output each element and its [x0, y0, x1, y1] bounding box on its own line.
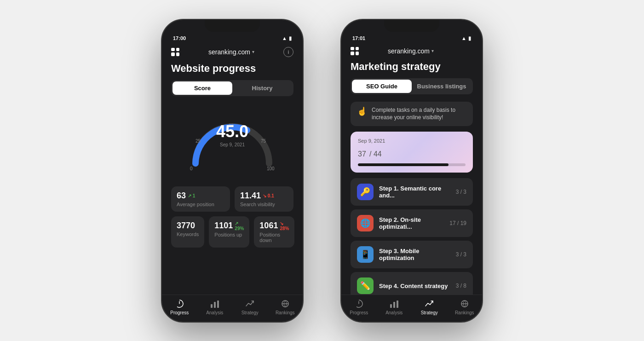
bottom-tab-analysis-2[interactable]: Analysis — [383, 299, 406, 315]
bottom-tabs-1: Progress Analysis — [162, 295, 303, 322]
info-icon-1[interactable]: i — [283, 47, 293, 57]
svg-rect-11 — [393, 302, 395, 308]
step-count-1: 3 / 3 — [456, 189, 466, 195]
gauge-center: 45.0 Sep 9, 2021 — [216, 122, 248, 147]
step-count-3: 3 / 3 — [456, 251, 466, 258]
battery-icon-1: ▮ — [289, 35, 292, 41]
hint-emoji: ☝️ — [357, 106, 367, 116]
svg-rect-7 — [217, 301, 219, 308]
score-card-value: 37 / 44 — [358, 145, 466, 160]
bottom-tabs-2: Progress Analysis — [341, 295, 482, 322]
svg-text:0: 0 — [190, 166, 193, 171]
svg-text:75: 75 — [261, 139, 266, 144]
status-bar-1: 17:00 ▲ ▮ — [162, 32, 303, 43]
gauge-container: 0 25 50 75 100 45.0 Sep 9, 2021 — [171, 104, 293, 186]
nav-bar-1: seranking.com ▾ i — [162, 43, 303, 61]
gauge-date: Sep 9, 2021 — [216, 142, 248, 147]
step-item-1[interactable]: 🔑 Step 1. Semantic core and... 3 / 3 — [351, 178, 473, 206]
tab-business-listings[interactable]: Business listings — [412, 80, 472, 93]
bottom-tab-analysis-1[interactable]: Analysis — [203, 299, 226, 315]
nav-domain-2[interactable]: seranking.com ▾ — [388, 47, 434, 55]
hint-box: ☝️ Complete tasks on a daily basis to in… — [351, 102, 473, 127]
analysis-icon-1 — [210, 299, 220, 309]
step-name-1: Step 1. Semantic core and... — [379, 185, 450, 199]
step-item-2[interactable]: 🌐 Step 2. On-site optimizati... 17 / 19 — [351, 209, 473, 237]
tab-seo-guide[interactable]: SEO Guide — [352, 80, 412, 93]
battery-icon-2: ▮ — [468, 35, 471, 41]
stat-positions-down: 1061 ↘ 28% Positions down — [254, 216, 294, 248]
stat-search-visibility: 11.41 ↘ 0.1 Search visibility — [235, 186, 293, 212]
chevron-icon-2: ▾ — [431, 48, 434, 53]
phone-1: 17:00 ▲ ▮ seranking.com ▾ i Website prog… — [161, 19, 304, 323]
nav-domain-1[interactable]: seranking.com ▾ — [208, 48, 254, 56]
step-icon-3: 📱 — [357, 246, 374, 263]
scroll-content-1: 0 25 50 75 100 45.0 Sep 9, 2021 63 ↗ 1 — [162, 104, 303, 295]
tabs-1: Score History — [171, 80, 293, 96]
step-item-4[interactable]: ✏️ Step 4. Content strategy 3 / 8 — [351, 272, 473, 294]
score-progress-fill — [358, 163, 448, 166]
bottom-tab-progress-1[interactable]: Progress — [168, 299, 191, 315]
strategy-icon-2 — [424, 299, 434, 309]
notch-1 — [205, 20, 260, 32]
bottom-tab-strategy-1[interactable]: Strategy — [238, 299, 261, 315]
svg-rect-5 — [211, 304, 213, 308]
step-icon-2: 🌐 — [357, 215, 374, 231]
rankings-icon-2 — [460, 299, 470, 309]
svg-text:100: 100 — [267, 166, 275, 171]
grid-icon-1[interactable] — [171, 48, 179, 56]
page-title-2: Marketing strategy — [341, 59, 482, 78]
svg-text:25: 25 — [196, 139, 201, 144]
analysis-icon-2 — [389, 299, 399, 309]
tab-score[interactable]: Score — [172, 81, 232, 95]
stats-row-2: 3770 Keywords 1101 ↗ 29% Positions up 10… — [171, 216, 293, 248]
tab-history[interactable]: History — [232, 81, 292, 95]
stats-row-1: 63 ↗ 1 Average position 11.41 ↘ 0.1 Sear… — [171, 186, 293, 212]
hint-text: Complete tasks on a daily basis to incre… — [372, 106, 466, 122]
step-count-2: 17 / 19 — [449, 220, 466, 226]
grid-icon-2[interactable] — [351, 47, 359, 55]
step-name-4: Step 4. Content strategy — [379, 283, 450, 289]
step-icon-4: ✏️ — [357, 277, 374, 294]
progress-icon-1 — [174, 299, 184, 309]
scroll-content-2: ☝️ Complete tasks on a daily basis to in… — [341, 102, 482, 295]
page-title-1: Website progress — [162, 61, 303, 80]
bottom-tab-progress-2[interactable]: Progress — [347, 299, 370, 315]
strategy-icon-1 — [245, 299, 255, 309]
time-2: 17:01 — [352, 35, 365, 41]
phone-2: 17:01 ▲ ▮ seranking.com ▾ Marketing stra… — [340, 19, 483, 323]
svg-rect-10 — [390, 304, 392, 308]
wifi-icon-1: ▲ — [282, 35, 287, 41]
step-icon-1: 🔑 — [357, 184, 374, 200]
status-bar-2: 17:01 ▲ ▮ — [341, 32, 482, 43]
step-name-2: Step 2. On-site optimizati... — [379, 216, 444, 230]
nav-bar-2: seranking.com ▾ — [341, 43, 482, 59]
stat-positions-up: 1101 ↗ 29% Positions up — [209, 216, 249, 248]
rankings-icon-1 — [280, 299, 290, 309]
tabs-2: SEO Guide Business listings — [351, 78, 473, 94]
bottom-tab-rankings-2[interactable]: Rankings — [453, 299, 476, 315]
notch-2 — [384, 20, 439, 32]
svg-rect-6 — [214, 302, 216, 308]
gauge-score: 45.0 — [216, 122, 248, 141]
step-item-3[interactable]: 📱 Step 3. Mobile optimization 3 / 3 — [351, 241, 473, 268]
step-name-3: Step 3. Mobile optimization — [379, 248, 450, 261]
bottom-tab-strategy-2[interactable]: Strategy — [418, 299, 441, 315]
score-progress-bar — [358, 163, 466, 166]
status-icons-1: ▲ ▮ — [282, 35, 292, 41]
status-icons-2: ▲ ▮ — [461, 35, 471, 41]
step-count-4: 3 / 8 — [456, 283, 466, 289]
steps-list: 🔑 Step 1. Semantic core and... 3 / 3 🌐 S… — [351, 178, 473, 294]
stat-keywords: 3770 Keywords — [171, 216, 204, 248]
bottom-tab-rankings-1[interactable]: Rankings — [274, 299, 297, 315]
progress-icon-2 — [354, 299, 364, 309]
stat-avg-position: 63 ↗ 1 Average position — [171, 186, 230, 212]
chevron-icon-1: ▾ — [252, 49, 254, 54]
score-card-date: Sep 9, 2021 — [358, 138, 466, 144]
score-card: Sep 9, 2021 37 / 44 — [351, 132, 473, 173]
wifi-icon-2: ▲ — [461, 35, 466, 41]
time-1: 17:00 — [173, 35, 186, 41]
svg-rect-12 — [397, 301, 398, 308]
